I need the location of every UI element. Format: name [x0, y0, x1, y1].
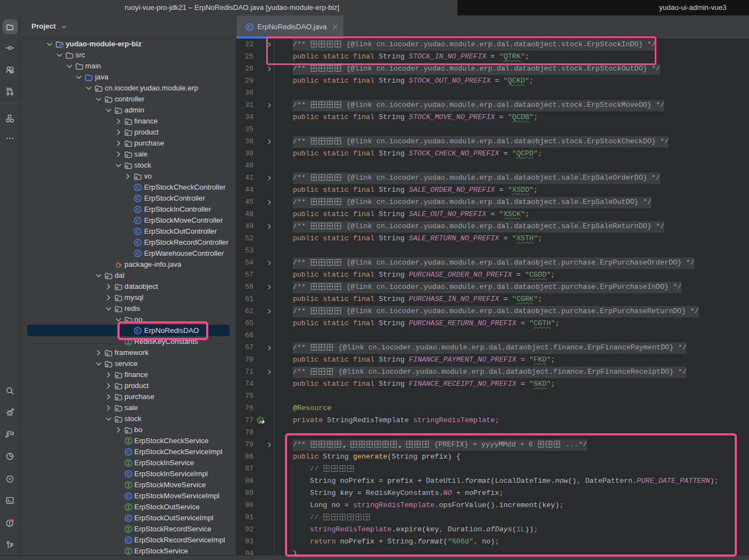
svg-text:C: C — [136, 218, 140, 223]
svg-text:C: C — [136, 185, 140, 190]
svg-text:C: C — [126, 537, 130, 543]
svg-text:C: C — [248, 24, 252, 30]
svg-text:?: ? — [10, 69, 13, 74]
svg-text:C: C — [136, 251, 140, 256]
svg-text:C: C — [136, 229, 140, 234]
svg-text:C: C — [136, 240, 140, 245]
svg-text:C: C — [136, 207, 140, 212]
svg-text:C: C — [126, 449, 130, 455]
svg-text:C: C — [136, 196, 140, 201]
svg-text:C: C — [126, 515, 130, 521]
svg-text:C: C — [126, 471, 130, 477]
svg-text:C: C — [126, 493, 130, 499]
